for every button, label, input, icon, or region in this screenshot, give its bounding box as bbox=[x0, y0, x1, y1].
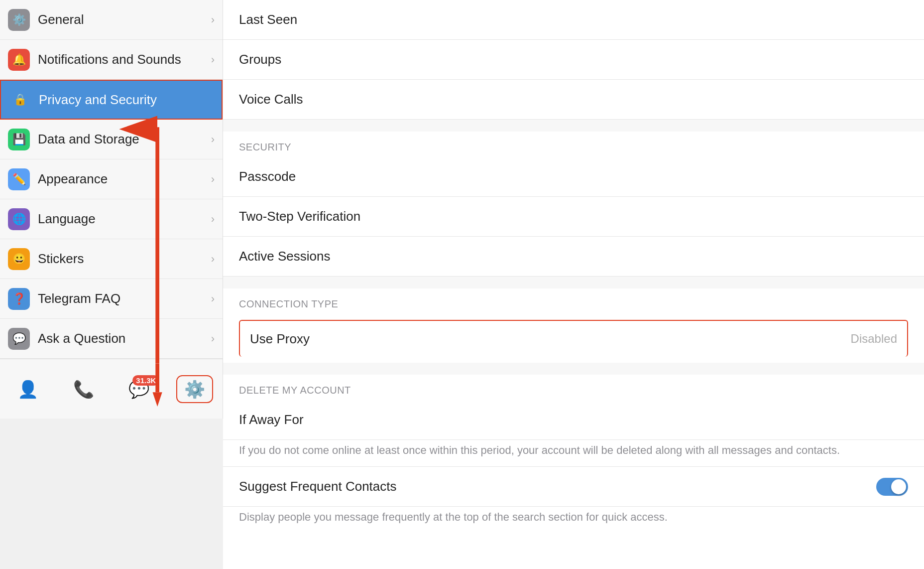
sidebar-item-general[interactable]: ⚙️ General › bbox=[0, 0, 223, 40]
chevron-icon: › bbox=[211, 332, 215, 345]
content-item-groups[interactable]: Groups bbox=[223, 40, 924, 80]
settings-gear-icon: ⚙️ bbox=[184, 379, 205, 399]
chevron-icon: › bbox=[211, 53, 215, 66]
security-section-header: SECURITY bbox=[223, 132, 924, 157]
data-icon: 💾 bbox=[8, 129, 30, 150]
content-item-use-proxy[interactable]: Use Proxy Disabled bbox=[239, 320, 908, 357]
sidebar-items: ⚙️ General › 🔔 Notifications and Sounds … bbox=[0, 0, 223, 359]
content-item-active-sessions[interactable]: Active Sessions bbox=[223, 237, 924, 277]
passcode-label: Passcode bbox=[239, 169, 908, 184]
content-item-voice-calls[interactable]: Voice Calls bbox=[223, 80, 924, 120]
sidebar-item-label-notifications: Notifications and Sounds bbox=[38, 52, 211, 67]
sidebar-item-privacy[interactable]: 🔒 Privacy and Security bbox=[0, 80, 223, 120]
ask-icon: 💬 bbox=[8, 328, 30, 350]
suggest-contacts-label: Suggest Frequent Contacts bbox=[239, 479, 876, 494]
contacts-icon: 👤 bbox=[17, 379, 38, 399]
sidebar-item-label-faq: Telegram FAQ bbox=[38, 291, 211, 306]
sidebar-item-label-general: General bbox=[38, 12, 211, 27]
faq-icon: ❓ bbox=[8, 288, 30, 310]
delete-section-header: DELETE MY ACCOUNT bbox=[223, 375, 924, 400]
sidebar-item-label-appearance: Appearance bbox=[38, 171, 211, 187]
sidebar-item-label-data: Data and Storage bbox=[38, 132, 211, 147]
privacy-icon: 🔒 bbox=[9, 89, 31, 111]
groups-label: Groups bbox=[239, 52, 908, 67]
suggest-description: Display people you message frequently at… bbox=[223, 507, 924, 533]
suggest-contacts-toggle[interactable] bbox=[876, 478, 908, 496]
sidebar-item-faq[interactable]: ❓ Telegram FAQ › bbox=[0, 279, 223, 319]
content-item-suggest-contacts[interactable]: Suggest Frequent Contacts bbox=[223, 467, 924, 507]
nav-contacts[interactable]: 👤 bbox=[9, 375, 46, 403]
use-proxy-value: Disabled bbox=[851, 332, 897, 346]
content-item-passcode[interactable]: Passcode bbox=[223, 157, 924, 197]
general-icon: ⚙️ bbox=[8, 9, 30, 31]
two-step-label: Two-Step Verification bbox=[239, 209, 908, 224]
delete-description: If you do not come online at least once … bbox=[223, 440, 924, 466]
nav-chats[interactable]: 💬 31.3K bbox=[120, 375, 157, 403]
sidebar-item-language[interactable]: 🌐 Language › bbox=[0, 199, 223, 239]
chevron-icon: › bbox=[211, 213, 215, 226]
chevron-icon: › bbox=[211, 13, 215, 26]
sidebar-item-ask[interactable]: 💬 Ask a Question › bbox=[0, 319, 223, 359]
content-item-if-away[interactable]: If Away For bbox=[223, 400, 924, 440]
content-panel: Last Seen Groups Voice Calls SECURITY Pa… bbox=[223, 0, 924, 569]
use-proxy-label: Use Proxy bbox=[250, 331, 851, 347]
content-item-two-step[interactable]: Two-Step Verification bbox=[223, 197, 924, 237]
sidebar-item-label-privacy: Privacy and Security bbox=[39, 92, 214, 108]
bottom-nav: 👤 📞 💬 31.3K ⚙️ bbox=[0, 359, 223, 419]
calls-icon: 📞 bbox=[73, 379, 94, 399]
active-sessions-label: Active Sessions bbox=[239, 249, 908, 264]
last-seen-label: Last Seen bbox=[239, 12, 908, 27]
sidebar: ⚙️ General › 🔔 Notifications and Sounds … bbox=[0, 0, 223, 419]
chats-badge: 31.3K bbox=[132, 375, 159, 386]
connection-section-header: CONNECTION TYPE bbox=[223, 288, 924, 314]
chevron-icon: › bbox=[211, 173, 215, 186]
content-item-last-seen[interactable]: Last Seen bbox=[223, 0, 924, 40]
chevron-icon: › bbox=[211, 292, 215, 305]
chevron-icon: › bbox=[211, 133, 215, 146]
sidebar-item-notifications[interactable]: 🔔 Notifications and Sounds › bbox=[0, 40, 223, 80]
sidebar-item-label-ask: Ask a Question bbox=[38, 331, 211, 346]
nav-settings[interactable]: ⚙️ bbox=[176, 375, 213, 403]
voice-calls-label: Voice Calls bbox=[239, 92, 908, 107]
appearance-icon: ✏️ bbox=[8, 168, 30, 190]
sidebar-item-label-stickers: Stickers bbox=[38, 251, 211, 267]
sidebar-item-stickers[interactable]: 😀 Stickers › bbox=[0, 239, 223, 279]
chevron-icon: › bbox=[211, 253, 215, 266]
language-icon: 🌐 bbox=[8, 208, 30, 230]
notifications-icon: 🔔 bbox=[8, 49, 30, 71]
if-away-label: If Away For bbox=[239, 412, 908, 427]
sidebar-item-appearance[interactable]: ✏️ Appearance › bbox=[0, 159, 223, 199]
sidebar-item-label-language: Language bbox=[38, 211, 211, 227]
nav-calls[interactable]: 📞 bbox=[65, 375, 102, 403]
stickers-icon: 😀 bbox=[8, 248, 30, 270]
sidebar-item-data[interactable]: 💾 Data and Storage › bbox=[0, 120, 223, 159]
